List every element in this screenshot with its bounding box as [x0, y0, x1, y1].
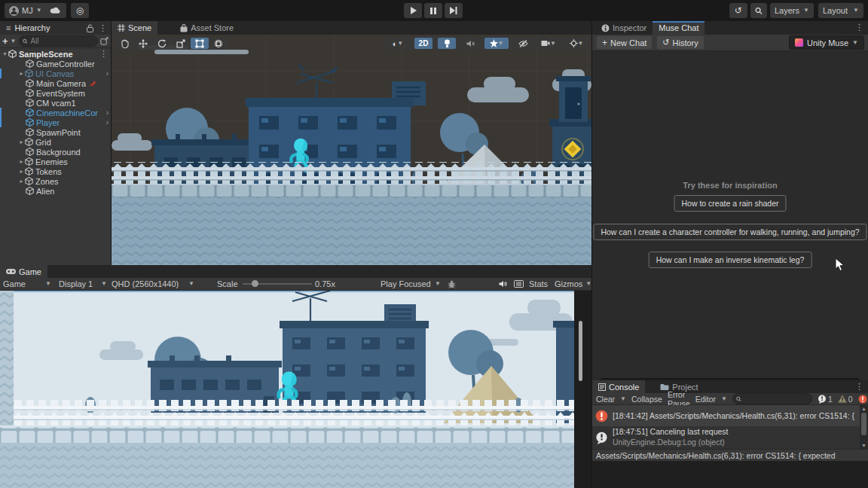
expander-icon[interactable]: ▸: [18, 178, 25, 185]
tab-inspector[interactable]: Inspector: [595, 21, 653, 35]
expander-icon[interactable]: ▸: [18, 70, 25, 77]
kebab-menu-icon[interactable]: ⋮: [99, 49, 108, 59]
tab-game[interactable]: Game: [0, 265, 47, 278]
scale-tool-button[interactable]: [172, 38, 190, 49]
shading-mode-dropdown[interactable]: ◐▼: [387, 38, 409, 49]
prefab-chevron-icon[interactable]: ›: [106, 108, 108, 117]
display-dropdown[interactable]: Display 1▼: [59, 278, 107, 290]
log-entry-info[interactable]: [18:47:51] Canceling last request UnityE…: [592, 426, 860, 449]
lighting-toggle-button[interactable]: [438, 38, 456, 49]
scale-slider[interactable]: [243, 278, 312, 290]
tree-row[interactable]: ▸ UI Canvas ›: [0, 69, 111, 78]
unity-muse-dropdown[interactable]: Unity Muse ▼: [789, 35, 864, 50]
layers-dropdown[interactable]: Layers▼: [770, 3, 814, 18]
chevron-down-icon[interactable]: ▼: [11, 38, 17, 44]
clear-button[interactable]: Clear: [596, 395, 615, 404]
tree-row[interactable]: EventSystem: [0, 88, 111, 98]
rect-tool-button[interactable]: [191, 38, 209, 49]
tree-row[interactable]: ▸ Zones: [0, 176, 111, 186]
suggestion-inverse-kinematic[interactable]: How can I make an inverse kinematic leg?: [649, 252, 812, 268]
new-chat-button[interactable]: + New Chat: [596, 35, 653, 50]
slider-thumb[interactable]: [252, 280, 258, 287]
undo-history-button[interactable]: ↻: [729, 3, 747, 18]
console-search-input[interactable]: [732, 393, 812, 404]
play-focused-dropdown[interactable]: Play Focused▼: [381, 278, 441, 290]
tree-row[interactable]: CM vcam1: [0, 98, 111, 108]
tab-hierarchy[interactable]: ≡ Hierarchy: [0, 21, 57, 35]
expander-icon[interactable]: ▾: [2, 50, 8, 57]
game-viewport[interactable]: [0, 291, 574, 488]
tree-row[interactable]: CinemachineCor ›: [0, 108, 111, 117]
tab-console[interactable]: Console: [592, 380, 645, 393]
scene-picker-icon[interactable]: [100, 37, 108, 45]
lock-icon[interactable]: [87, 24, 93, 32]
kebab-menu-icon[interactable]: ⋮: [851, 21, 868, 35]
history-button[interactable]: ↻ History: [656, 35, 704, 50]
hierarchy-search-field[interactable]: [29, 36, 94, 46]
2d-toggle-button[interactable]: 2D: [414, 38, 432, 49]
prefab-chevron-icon[interactable]: ›: [106, 69, 108, 78]
tree-row[interactable]: Background: [0, 147, 111, 157]
error-count-badge[interactable]: 1: [858, 395, 868, 404]
tab-scene[interactable]: Scene: [112, 21, 157, 35]
console-status-bar[interactable]: Assets/Scripts/Mechanics/Health.cs(6,31)…: [592, 449, 868, 462]
collapse-button[interactable]: Collapse: [631, 395, 662, 404]
tab-muse-chat[interactable]: Muse Chat: [653, 21, 704, 35]
game-gizmos-dropdown[interactable]: Gizmos▼: [555, 278, 588, 290]
tree-row[interactable]: ▸ Grid: [0, 137, 111, 147]
tree-row[interactable]: Player ›: [0, 117, 111, 127]
gizmos-dropdown[interactable]: ▼: [565, 38, 588, 49]
tree-row-samplescene[interactable]: ▾ SampleScene ⋮: [0, 49, 111, 59]
scene-viewport[interactable]: ◐▼ 2D ▼ ▼: [112, 35, 591, 265]
warning-count-badge[interactable]: 0: [838, 395, 853, 404]
kebab-menu-icon[interactable]: ⋮: [99, 24, 107, 32]
mute-audio-button[interactable]: [499, 278, 508, 290]
editor-dropdown[interactable]: Editor: [695, 395, 716, 404]
suggestion-rain-shader[interactable]: How to create a rain shader: [674, 195, 787, 212]
tree-row[interactable]: ▸ Enemies: [0, 157, 111, 166]
tree-row[interactable]: GameController: [0, 59, 111, 69]
rotate-tool-button[interactable]: [153, 38, 171, 49]
step-button[interactable]: [445, 3, 463, 18]
account-button[interactable]: MJ ▼: [5, 3, 47, 18]
audio-toggle-button[interactable]: [461, 38, 479, 49]
cloud-button[interactable]: [44, 3, 66, 18]
tab-asset-store[interactable]: Asset Store: [174, 21, 240, 35]
expander-icon[interactable]: ▸: [18, 158, 25, 165]
expander-icon[interactable]: ▸: [18, 168, 25, 175]
kebab-menu-icon[interactable]: ⋮: [851, 380, 868, 393]
hierarchy-search-input[interactable]: [19, 35, 98, 47]
pause-button[interactable]: [424, 3, 442, 18]
debug-button[interactable]: [448, 278, 456, 290]
prefab-chevron-icon[interactable]: ›: [106, 118, 108, 127]
expander-icon[interactable]: ▸: [18, 139, 25, 145]
suggestion-character-controller[interactable]: How can I create a character controller …: [593, 224, 866, 240]
vsync-grid-button[interactable]: [514, 278, 524, 290]
transform-tool-button[interactable]: [209, 38, 228, 49]
scroll-down-icon[interactable]: ▼: [860, 443, 868, 448]
services-button[interactable]: ◎: [71, 3, 89, 18]
tree-row[interactable]: Alien: [0, 186, 111, 196]
info-bubble-icon: [595, 432, 608, 444]
scroll-up-icon[interactable]: ▲: [860, 406, 868, 411]
effects-dropdown[interactable]: ▼: [484, 38, 509, 49]
scene-visibility-button[interactable]: [514, 38, 532, 49]
stats-button[interactable]: Stats: [529, 278, 548, 290]
tree-row[interactable]: ▸ Tokens: [0, 166, 111, 176]
search-button[interactable]: [750, 3, 767, 18]
resolution-dropdown[interactable]: QHD (2560x1440)▼: [112, 278, 194, 290]
hand-tool-button[interactable]: [115, 38, 133, 49]
console-scrollbar[interactable]: ▲ ▼: [860, 405, 868, 449]
camera-settings-dropdown[interactable]: ▼: [537, 38, 560, 49]
tree-row[interactable]: Main Camera: [0, 78, 111, 88]
tree-row[interactable]: SpawnPoint: [0, 127, 111, 137]
display-target-dropdown[interactable]: Game▼: [3, 278, 51, 290]
play-button[interactable]: [404, 3, 422, 18]
console-search-field[interactable]: [743, 394, 808, 404]
info-count-badge[interactable]: 1: [818, 395, 833, 404]
game-vertical-scrollbar[interactable]: [579, 321, 582, 381]
layout-dropdown[interactable]: Layout▼: [818, 3, 863, 18]
log-entry-error[interactable]: [18:41:42] Assets/Scripts/Mechanics/Heal…: [592, 405, 860, 426]
move-tool-button[interactable]: [134, 38, 152, 49]
add-object-button[interactable]: +: [2, 35, 8, 47]
